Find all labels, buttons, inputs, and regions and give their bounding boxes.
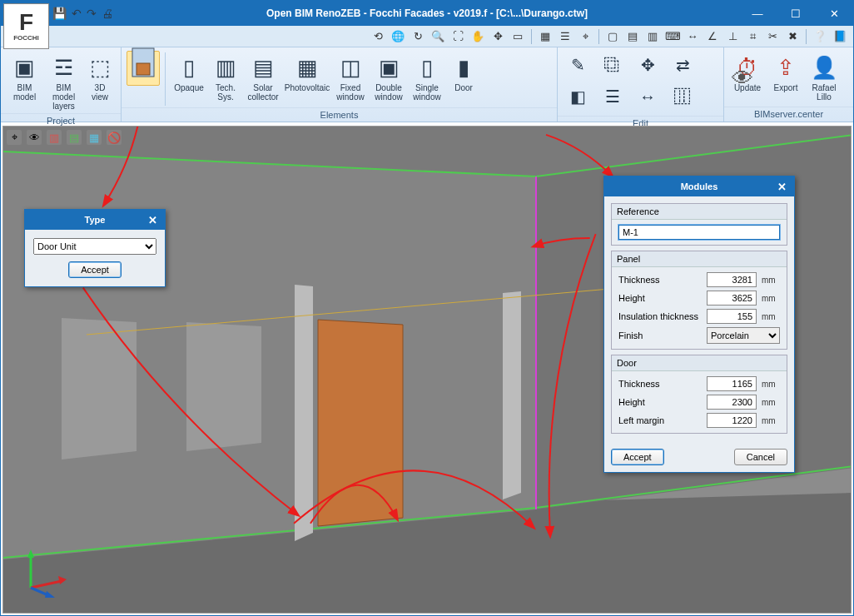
pan-globe-icon[interactable]: 🌐 xyxy=(390,28,406,45)
box2-icon[interactable]: ▤ xyxy=(67,130,82,145)
window-frame-icon[interactable]: ▢ xyxy=(604,28,621,45)
close-button[interactable]: ✕ xyxy=(815,1,853,26)
svg-rect-1 xyxy=(137,63,150,75)
grid2-icon[interactable]: ▤ xyxy=(624,28,641,45)
pv-button[interactable]: ▦Photovoltaic xyxy=(284,51,330,95)
undo-icon[interactable]: ↶ xyxy=(72,7,82,20)
eye-vp-icon[interactable]: 👁 xyxy=(27,130,42,145)
save-icon[interactable]: 💾 xyxy=(52,7,67,20)
type-select[interactable]: Door Unit xyxy=(33,238,156,255)
eye-icon[interactable]: 👁 xyxy=(732,66,753,92)
single-window-button[interactable]: ▯Single window xyxy=(409,51,445,104)
panel-finish-select[interactable]: Porcelain xyxy=(707,327,780,344)
edit-tool-4[interactable]: ⇄ xyxy=(666,51,699,81)
print-icon[interactable]: 🖨 xyxy=(102,7,113,20)
zoom-window-icon[interactable]: ⛶ xyxy=(449,28,466,45)
refresh-icon[interactable]: ↻ xyxy=(410,28,426,45)
door-left-margin-input[interactable] xyxy=(707,413,757,428)
cancel-button[interactable]: Cancel xyxy=(734,449,787,465)
panel-insulation-input[interactable] xyxy=(707,309,757,324)
type-dialog-title-bar[interactable]: Type ✕ xyxy=(25,210,165,230)
minimize-button[interactable]: — xyxy=(738,1,777,26)
box3-icon[interactable]: ▦ xyxy=(87,130,102,145)
fixed-window-icon: ◫ xyxy=(336,53,365,82)
move-icon[interactable]: ✥ xyxy=(489,28,506,45)
double-window-button[interactable]: ▣Double window xyxy=(370,51,407,104)
maximize-button[interactable]: ☐ xyxy=(777,1,815,26)
close-icon[interactable]: ✕ xyxy=(774,179,789,194)
reference-input[interactable] xyxy=(618,225,780,240)
dim-icon[interactable]: ↔ xyxy=(684,28,701,45)
type-dialog-title: Type xyxy=(85,215,106,225)
angle-icon[interactable]: ∠ xyxy=(704,28,721,45)
box1-icon[interactable]: ▥ xyxy=(47,130,62,145)
door-left-margin-label: Left margin xyxy=(618,415,702,425)
hide-icon[interactable]: 🚫 xyxy=(107,130,122,145)
axis-icon[interactable]: ⌖ xyxy=(7,130,22,145)
wall-icon[interactable]: ▥ xyxy=(644,28,661,45)
perp-icon[interactable]: ⊥ xyxy=(724,28,741,45)
edit-tool-3[interactable]: ✥ xyxy=(631,51,664,81)
edit-tool-1[interactable]: ✎ xyxy=(561,51,594,81)
edit-tool-6[interactable]: ☰ xyxy=(596,82,629,112)
solar-icon: ▤ xyxy=(249,53,277,82)
bim-layers-button[interactable]: ☲ BIM model layers xyxy=(45,51,82,113)
axes-icon[interactable]: ⌗ xyxy=(744,28,761,45)
door-thickness-input[interactable] xyxy=(707,376,757,391)
help-icon[interactable]: ❔ xyxy=(812,28,828,45)
unit-mm: mm xyxy=(762,380,780,389)
edit-tool-8[interactable]: ⿲ xyxy=(666,82,699,112)
door-height-input[interactable] xyxy=(707,395,757,410)
keyboard-icon[interactable]: ⌨ xyxy=(664,28,681,45)
tools-icon[interactable]: ✂ xyxy=(764,28,781,45)
edit-tool-7[interactable]: ↔ xyxy=(631,82,664,112)
solar-button[interactable]: ▤Solar collector xyxy=(244,51,282,104)
svg-marker-12 xyxy=(503,291,521,499)
export-label: Export xyxy=(774,83,798,92)
quick-access-toolbar: 💾 ↶ ↷ 🖨 xyxy=(52,7,113,20)
hand-icon[interactable]: ✋ xyxy=(469,28,486,45)
door-button[interactable]: ▮Door xyxy=(447,51,480,95)
move-cross-icon: ✥ xyxy=(636,53,659,77)
close-icon[interactable]: ✕ xyxy=(145,212,160,227)
fixed-window-button[interactable]: ◫Fixed window xyxy=(332,51,369,104)
measure-icon: ↔ xyxy=(636,85,659,108)
pv-icon: ▦ xyxy=(293,53,321,82)
door-icon: ▮ xyxy=(449,53,478,82)
redo-icon[interactable]: ↷ xyxy=(87,7,97,20)
view3d-icon: ⬚ xyxy=(86,53,114,82)
view3d-label: 3D view xyxy=(87,83,113,102)
unit-mm: mm xyxy=(762,398,780,407)
orbit-icon[interactable]: ⟲ xyxy=(370,28,386,45)
settings-icon[interactable]: ✖ xyxy=(784,28,801,45)
module-units-button[interactable] xyxy=(127,51,160,86)
separator xyxy=(598,29,599,44)
edit-tool-2[interactable]: ⿻ xyxy=(596,51,629,81)
axis-gizmo xyxy=(18,548,68,598)
layers-tool-icon[interactable]: ☰ xyxy=(557,28,573,45)
grid-icon[interactable]: ▦ xyxy=(537,28,554,45)
panel-height-input[interactable] xyxy=(707,291,757,306)
user-icon: 👤 xyxy=(810,53,838,82)
user-button[interactable]: 👤Rafael Lillo xyxy=(806,51,842,104)
window-title: Open BIM RenoZEB - Focchi Facades - v201… xyxy=(1,7,853,19)
about-icon[interactable]: 📘 xyxy=(832,28,848,45)
unit-mm: mm xyxy=(762,312,780,321)
panel-insulation-label: Insulation thickness xyxy=(618,311,702,321)
modules-dialog-title-bar[interactable]: Modules ✕ xyxy=(604,176,794,196)
reference-fieldset: Reference xyxy=(611,203,787,246)
view3d-button[interactable]: ⬚ 3D view xyxy=(84,51,116,104)
bim-model-button[interactable]: ▣ BIM model xyxy=(6,51,43,104)
accept-button[interactable]: Accept xyxy=(68,261,122,278)
export-button[interactable]: ⇪Export xyxy=(767,51,804,95)
svg-line-16 xyxy=(31,581,62,588)
layers-icon: ☲ xyxy=(50,53,78,82)
zoom-icon[interactable]: 🔍 xyxy=(429,28,446,45)
edit-tool-5[interactable]: ◧ xyxy=(561,82,594,112)
panel-thickness-input[interactable] xyxy=(707,272,757,287)
opaque-button[interactable]: ▯Opaque xyxy=(171,51,207,95)
select-box-icon[interactable]: ▭ xyxy=(509,28,526,45)
accept-button[interactable]: Accept xyxy=(611,449,664,465)
tech-sys-button[interactable]: ▥Tech. Sys. xyxy=(209,51,242,104)
snap-icon[interactable]: ⌖ xyxy=(577,28,593,45)
